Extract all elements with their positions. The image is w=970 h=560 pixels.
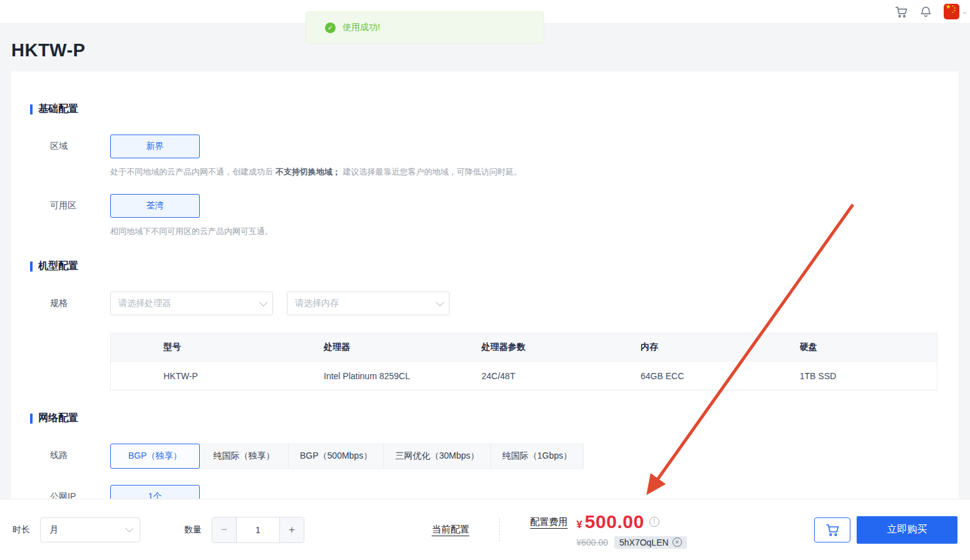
zone-row: 可用区 荃湾 相同地域下不同可用区的云产品内网可互通。 — [50, 194, 937, 237]
region-note: 处于不同地域的云产品内网不通，创建成功后 不支持切换地域； 建议选择最靠近您客户… — [110, 166, 937, 178]
zone-label: 可用区 — [50, 194, 110, 237]
cell-memory: 64GB ECC — [641, 371, 800, 381]
section-basic-config: 基础配置 — [30, 103, 937, 116]
section-accent-bar — [30, 414, 33, 424]
add-to-cart-button[interactable] — [814, 517, 850, 542]
memory-select-placeholder: 请选择内存 — [295, 298, 339, 309]
cart-icon — [825, 522, 840, 537]
region-row: 区域 新界 处于不同地域的云产品内网不通，创建成功后 不支持切换地域； 建议选择… — [50, 135, 937, 178]
dashed-divider — [499, 518, 500, 542]
coupon-tag: 5hX7OqLEN × — [614, 536, 687, 549]
price-value: 500.00 — [585, 511, 644, 532]
duration-label: 时长 — [13, 524, 30, 536]
bell-icon[interactable] — [914, 0, 939, 24]
spec-table-header: 型号 处理器 处理器参数 内存 硬盘 — [111, 333, 937, 361]
zone-note: 相同地域下不同可用区的云产品内网可互通。 — [110, 226, 937, 237]
cpu-select[interactable]: 请选择处理器 — [110, 292, 273, 315]
language-selector[interactable]: ★ ★ ★ ★ ★ ⌄ — [944, 4, 962, 19]
current-config-link[interactable]: 当前配置 — [431, 524, 469, 536]
line-option-bgp-dedicated[interactable]: BGP（独享） — [110, 444, 200, 469]
line-option-triple-net-30mbps[interactable]: 三网优化（30Mbps） — [383, 444, 491, 469]
spec-row: 规格 请选择处理器 请选择内存 — [50, 292, 937, 315]
table-row[interactable]: HKTW-P Intel Platinum 8259CL 24C/48T 64G… — [111, 361, 937, 390]
cart-icon[interactable] — [889, 0, 914, 24]
duration-select[interactable]: 月 — [40, 517, 140, 542]
quantity-value: 1 — [236, 517, 280, 542]
line-row: 线路 BGP（独享） 纯国际（独享） BGP（500Mbps） 三网优化（30M… — [50, 444, 937, 469]
original-price: ¥600.00 — [576, 537, 608, 547]
quantity-decrease-button[interactable]: − — [212, 517, 236, 542]
fee-block: 配置费用 ¥ 500.00 ! ¥600.00 5hX7OqLEN × — [530, 511, 686, 549]
spec-table: 型号 处理器 处理器参数 内存 硬盘 HKTW-P Intel Platinum… — [110, 333, 937, 390]
fee-label[interactable]: 配置费用 — [530, 516, 567, 528]
chevron-down-icon: ⌄ — [962, 8, 967, 16]
cell-disk: 1TB SSD — [800, 371, 937, 381]
section-accent-bar — [30, 104, 33, 115]
spec-label: 规格 — [50, 292, 110, 315]
region-label: 区域 — [50, 135, 110, 178]
toast-message: 使用成功! — [343, 22, 380, 33]
chevron-down-icon — [259, 298, 267, 307]
buy-now-button[interactable]: 立即购买 — [857, 516, 957, 544]
line-label: 线路 — [50, 444, 110, 469]
chevron-down-icon — [125, 524, 133, 532]
chevron-down-icon — [436, 298, 444, 307]
memory-select[interactable]: 请选择内存 — [287, 292, 450, 315]
success-check-icon: ✓ — [325, 23, 336, 33]
purchase-footer-bar: 时长 月 数量 − 1 + 当前配置 配置费用 ¥ 500.00 ! ¥600.… — [0, 499, 970, 560]
success-toast: ✓ 使用成功! — [306, 11, 544, 44]
china-flag-icon: ★ ★ ★ ★ ★ — [944, 4, 959, 19]
cell-cpu: Intel Platinum 8259CL — [324, 371, 482, 381]
line-option-intl-1gbps[interactable]: 纯国际（1Gbps） — [490, 444, 584, 469]
coupon-remove-icon[interactable]: × — [673, 537, 682, 547]
zone-option-selected[interactable]: 荃湾 — [110, 194, 200, 218]
cell-model: HKTW-P — [163, 371, 324, 381]
currency-symbol: ¥ — [576, 519, 582, 531]
line-options-group: BGP（独享） 纯国际（独享） BGP（500Mbps） 三网优化（30Mbps… — [110, 444, 937, 469]
quantity-increase-button[interactable]: + — [280, 517, 304, 542]
coupon-code: 5hX7OqLEN — [619, 537, 669, 547]
line-option-intl-dedicated[interactable]: 纯国际（独享） — [199, 444, 289, 469]
section-accent-bar — [30, 262, 33, 272]
price-info-icon[interactable]: ! — [649, 517, 659, 527]
line-option-bgp-500mbps[interactable]: BGP（500Mbps） — [288, 444, 384, 469]
region-option-selected[interactable]: 新界 — [110, 135, 200, 158]
cpu-select-placeholder: 请选择处理器 — [118, 298, 171, 309]
config-card: 基础配置 区域 新界 处于不同地域的云产品内网不通，创建成功后 不支持切换地域；… — [11, 71, 959, 551]
section-machine-config: 机型配置 — [30, 260, 937, 273]
quantity-stepper: − 1 + — [212, 517, 304, 543]
quantity-label: 数量 — [184, 524, 202, 536]
section-network-config: 网络配置 — [30, 412, 937, 425]
cell-cpu-params: 24C/48T — [482, 371, 641, 381]
duration-value: 月 — [49, 524, 58, 536]
